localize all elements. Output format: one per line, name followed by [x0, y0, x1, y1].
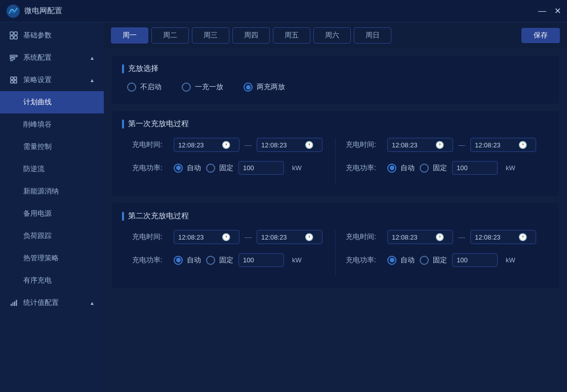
radio-two[interactable]: 两充两放 [244, 83, 285, 92]
first-left-time-from-wrap[interactable]: 🕐 [174, 138, 239, 152]
clock-icon-7: 🕐 [435, 233, 444, 241]
second-right-auto-radio[interactable]: 自动 [387, 256, 415, 265]
second-process-title: 第二次充放电过程 [128, 211, 189, 221]
second-right-time-to[interactable] [475, 233, 515, 241]
dash-1: — [245, 141, 252, 149]
sidebar-item-demand-control[interactable]: 需量控制 [0, 136, 104, 158]
dash-4: — [458, 233, 465, 241]
second-process-left: 充电时间: 🕐 — 🕐 充电功率: [122, 230, 335, 276]
first-right-power-input[interactable] [457, 164, 493, 172]
tab-tuesday[interactable]: 周二 [151, 27, 189, 44]
sidebar-item-basic-params[interactable]: 基础参数 [0, 24, 104, 47]
radio-off[interactable]: 不启动 [127, 83, 161, 92]
second-left-power-wrap[interactable] [238, 253, 284, 267]
sidebar-item-system-config[interactable]: 系统配置 ▲ [0, 47, 104, 69]
first-right-fixed-radio[interactable]: 固定 [420, 164, 447, 173]
clock-icon-4: 🕐 [518, 141, 527, 149]
charge-choice-header: 充放选择 [122, 64, 549, 73]
sidebar-item-ordered-charge[interactable]: 有序充电 [0, 269, 104, 292]
second-left-fixed-radio[interactable]: 固定 [206, 256, 233, 265]
radio-two-label: 两充两放 [257, 83, 285, 92]
chevron-up-icon-2: ▲ [90, 77, 95, 83]
second-right-power-wrap[interactable] [452, 253, 498, 267]
second-left-time-to[interactable] [261, 233, 302, 241]
title-bar-controls: — ✕ [538, 7, 561, 15]
first-left-time-to[interactable] [261, 141, 302, 149]
first-right-time-to[interactable] [475, 141, 515, 149]
second-right-time-row: 充电时间: 🕐 — 🕐 [346, 230, 539, 244]
second-left-power-input[interactable] [243, 256, 279, 264]
sidebar-item-strategy-settings[interactable]: 策略设置 ▲ [0, 69, 104, 91]
section-accent [122, 64, 124, 73]
first-left-time-to-wrap[interactable]: 🕐 [257, 138, 322, 152]
second-left-time-to-wrap[interactable]: 🕐 [257, 230, 322, 244]
second-left-time-from-wrap[interactable]: 🕐 [174, 230, 239, 244]
sidebar-item-plan-curve[interactable]: 计划曲线 [0, 91, 104, 113]
first-left-auto-label: 自动 [187, 164, 201, 173]
svg-rect-5 [10, 55, 17, 57]
svg-rect-12 [11, 304, 12, 306]
first-right-time-to-wrap[interactable]: 🕐 [470, 138, 536, 152]
sidebar-label-strategy-settings: 策略设置 [23, 75, 52, 85]
first-right-time-from[interactable] [392, 141, 432, 149]
tab-friday[interactable]: 周五 [273, 27, 310, 44]
first-right-auto-radio[interactable]: 自动 [387, 164, 415, 173]
first-right-time-from-wrap[interactable]: 🕐 [387, 138, 453, 152]
first-left-auto-radio[interactable]: 自动 [174, 164, 201, 173]
first-left-power-label: 充电功率: [132, 164, 169, 173]
tab-saturday[interactable]: 周六 [313, 27, 351, 44]
tab-sunday[interactable]: 周日 [354, 27, 391, 44]
save-button[interactable]: 保存 [521, 28, 560, 43]
radio-one[interactable]: 一充一放 [182, 83, 223, 92]
first-right-power-label: 充电功率: [346, 164, 382, 173]
system-icon [9, 53, 18, 62]
sidebar-item-backup-power[interactable]: 备用电源 [0, 203, 104, 225]
sidebar-item-stats-config[interactable]: 统计值配置 ▲ [0, 292, 104, 314]
strategy-icon [9, 75, 18, 85]
sidebar-item-anti-backflow[interactable]: 防逆流 [0, 158, 104, 180]
first-left-time-from[interactable] [178, 141, 219, 149]
second-right-fixed-radio[interactable]: 固定 [420, 256, 447, 265]
second-left-time-from[interactable] [178, 233, 219, 241]
first-process-left: 充电时间: 🕐 — 🕐 充电功率: [122, 138, 335, 184]
first-left-unit: kW [292, 164, 302, 172]
sidebar: 基础参数 系统配置 ▲ [0, 22, 104, 392]
second-right-auto-label: 自动 [400, 256, 415, 265]
sidebar-label-system-config: 系统配置 [23, 53, 52, 62]
radio-one-label: 一充一放 [195, 83, 223, 92]
charge-choice-title: 充放选择 [128, 64, 158, 73]
second-right-time-to-wrap[interactable]: 🕐 [470, 230, 536, 244]
first-left-power-wrap[interactable] [238, 161, 284, 175]
title-bar: 微电网配置 — ✕ [0, 0, 567, 22]
clock-icon-2: 🕐 [305, 141, 313, 149]
stats-icon [9, 298, 18, 307]
sidebar-label-new-energy: 新能源消纳 [23, 187, 59, 196]
second-right-time-from-wrap[interactable]: 🕐 [387, 230, 453, 244]
chevron-up-icon: ▲ [90, 55, 95, 61]
first-left-time-label: 充电时间: [132, 140, 169, 149]
second-right-fixed-label: 固定 [433, 256, 447, 265]
second-right-time-from[interactable] [392, 233, 432, 241]
clock-icon-6: 🕐 [305, 233, 313, 241]
first-process-header: 第一次充放电过程 [122, 119, 549, 129]
tab-thursday[interactable]: 周四 [232, 27, 270, 44]
tab-wednesday[interactable]: 周三 [192, 27, 229, 44]
sidebar-item-thermal-mgmt[interactable]: 热管理策略 [0, 247, 104, 269]
first-right-power-wrap[interactable] [452, 161, 498, 175]
first-left-fixed-circle [206, 164, 215, 173]
sidebar-item-new-energy[interactable]: 新能源消纳 [0, 180, 104, 203]
second-right-power-label: 充电功率: [346, 256, 382, 265]
sidebar-item-peak-fill[interactable]: 削峰填谷 [0, 113, 104, 136]
minimize-button[interactable]: — [538, 7, 546, 15]
first-left-power-input[interactable] [243, 164, 279, 172]
second-left-auto-radio[interactable]: 自动 [174, 256, 201, 265]
second-right-time-label: 充电时间: [346, 232, 382, 242]
close-button[interactable]: ✕ [554, 7, 561, 15]
first-right-fixed-label: 固定 [433, 164, 447, 173]
svg-rect-3 [10, 36, 13, 39]
sidebar-label-ordered-charge: 有序充电 [23, 276, 52, 285]
second-right-power-input[interactable] [457, 256, 493, 264]
sidebar-item-load-track[interactable]: 负荷跟踪 [0, 225, 104, 247]
first-left-fixed-radio[interactable]: 固定 [206, 164, 233, 173]
tab-monday[interactable]: 周一 [111, 27, 148, 44]
